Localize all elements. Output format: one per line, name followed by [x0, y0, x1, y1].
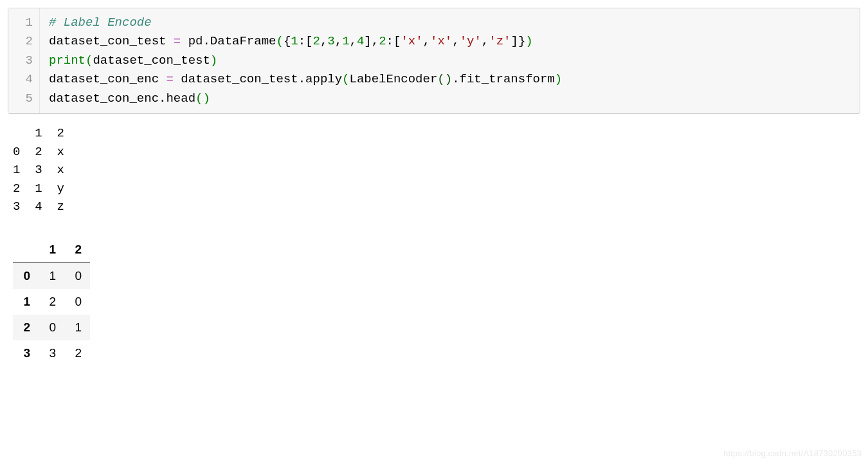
- paren-pair: (): [195, 91, 210, 106]
- table-row: 1 2 0: [13, 289, 90, 315]
- table-cell: 2: [39, 289, 64, 315]
- code-text: ]}: [511, 34, 525, 48]
- code-line-4: dataset_con_enc = dataset_con_test.apply…: [49, 70, 851, 89]
- code-text: .fit_transform: [452, 72, 555, 86]
- paren-close: ): [555, 72, 562, 86]
- string-literal: 'x': [430, 34, 452, 48]
- paren-close: ): [210, 53, 217, 68]
- comment: # Label Encode: [49, 15, 152, 30]
- operator-equals: =: [174, 34, 181, 48]
- table-col-header: 2: [64, 237, 90, 263]
- line-number: 2: [17, 32, 33, 51]
- string-literal: 'z': [489, 34, 511, 48]
- code-text: ],: [364, 34, 379, 48]
- number-literal: 1: [291, 34, 298, 48]
- comma: ,: [320, 34, 327, 48]
- table-cell: 0: [64, 263, 90, 289]
- code-text: :[: [298, 34, 313, 48]
- dataframe-table: 1 2 0 1 0 1 2 0 2 0 1 3 3 2: [13, 237, 90, 366]
- table-corner: [13, 237, 39, 263]
- code-line-1: # Label Encode: [49, 14, 851, 32]
- string-literal: 'y': [460, 34, 482, 48]
- paren-pair: (): [437, 72, 452, 86]
- table-cell: 0: [39, 315, 64, 340]
- code-text: dataset_con_test.apply: [174, 72, 342, 86]
- line-number: 1: [17, 14, 33, 32]
- code-text: dataset_con_test: [49, 34, 174, 48]
- number-literal: 3: [327, 34, 334, 48]
- table-cell: 3: [39, 340, 64, 366]
- string-literal: 'x': [401, 34, 422, 48]
- table-row: 3 3 2: [13, 340, 90, 366]
- number-literal: 1: [342, 34, 349, 48]
- builtin-print: print: [49, 53, 86, 68]
- comma: ,: [335, 34, 342, 48]
- table-cell: 0: [64, 289, 90, 315]
- table-cell: 2: [64, 340, 90, 366]
- table-row: 2 0 1: [13, 315, 90, 340]
- paren-open: (: [276, 34, 283, 48]
- comma: ,: [452, 34, 459, 48]
- code-text: LabelEncoder: [350, 72, 438, 86]
- table-row: 0 1 0: [13, 263, 90, 289]
- comma: ,: [350, 34, 357, 48]
- paren-open: (: [86, 53, 93, 68]
- code-cell: 1 2 3 4 5 # Label Encodedataset_con_test…: [8, 8, 860, 114]
- line-number: 5: [17, 89, 33, 108]
- paren-open: (: [342, 72, 349, 86]
- table-row-header: 0: [13, 263, 39, 289]
- table-col-header: 1: [39, 237, 64, 263]
- paren-close: ): [525, 34, 532, 48]
- code-text: dataset_con_enc: [49, 72, 166, 86]
- table-row-header: 3: [13, 340, 39, 366]
- code-line-3: print(dataset_con_test): [49, 51, 851, 70]
- code-text: pd.DataFrame: [181, 34, 276, 48]
- code-line-5: dataset_con_enc.head(): [49, 89, 851, 108]
- brace-open: {: [284, 34, 291, 48]
- table-row-header: 2: [13, 315, 39, 340]
- comma: ,: [423, 34, 430, 48]
- table-cell: 1: [39, 263, 64, 289]
- operator-equals: =: [166, 72, 173, 86]
- table-row-header: 1: [13, 289, 39, 315]
- number-literal: 2: [313, 34, 320, 48]
- table-cell: 1: [64, 315, 90, 340]
- line-number: 3: [17, 51, 33, 70]
- code-area: # Label Encodedataset_con_test = pd.Data…: [40, 8, 860, 113]
- comma: ,: [482, 34, 489, 48]
- code-text: dataset_con_enc.head: [49, 91, 195, 106]
- number-literal: 2: [379, 34, 386, 48]
- line-gutter: 1 2 3 4 5: [8, 8, 40, 113]
- line-number: 4: [17, 70, 33, 89]
- code-text: :[: [386, 34, 401, 48]
- stdout-output: 1 2 0 2 x 1 3 x 2 1 y 3 4 z: [8, 122, 860, 230]
- code-line-2: dataset_con_test = pd.DataFrame({1:[2,3,…: [49, 32, 851, 51]
- number-literal: 4: [357, 34, 364, 48]
- table-header-row: 1 2: [13, 237, 90, 263]
- code-text: dataset_con_test: [93, 53, 210, 68]
